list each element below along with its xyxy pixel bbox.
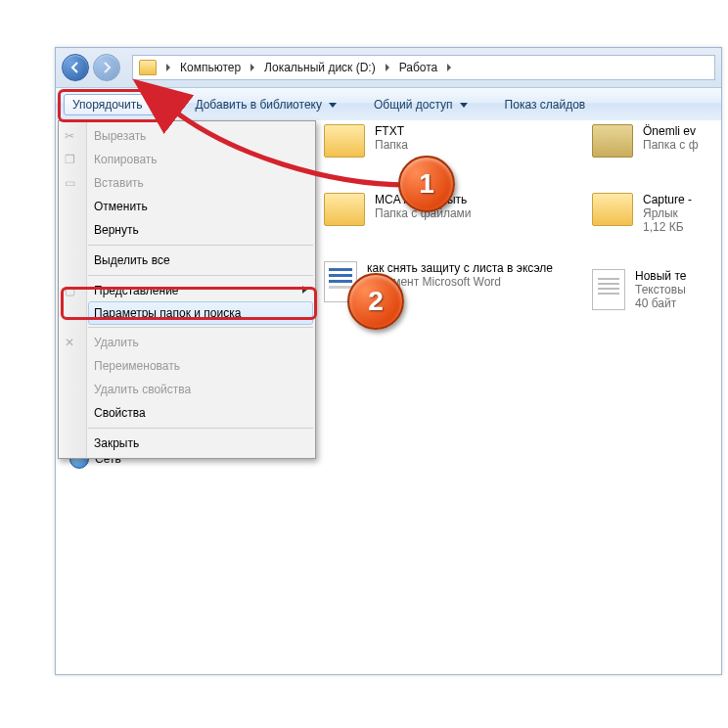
menu-label: Отменить [94, 200, 148, 213]
menu-separator [88, 327, 313, 328]
annotation-marker-1: 1 [398, 156, 455, 212]
file-sub: Текстовы [635, 283, 686, 296]
menu-close[interactable]: Закрыть [59, 432, 315, 455]
menu-paste[interactable]: Вставить [59, 171, 315, 195]
slideshow-label: Показ слайдов [505, 98, 586, 112]
file-item[interactable]: FTXT Папка [324, 124, 553, 158]
library-label: Добавить в библиотеку [195, 98, 322, 112]
menu-separator [88, 275, 313, 276]
chevron-down-icon [329, 103, 337, 108]
file-name: Capture - [643, 193, 692, 206]
file-sub2: 1,12 КБ [643, 220, 692, 234]
menu-label: Выделить все [94, 253, 170, 267]
menu-undo[interactable]: Отменить [59, 195, 315, 218]
breadcrumb-computer[interactable]: Компьютер [180, 61, 241, 74]
paste-icon [65, 175, 80, 191]
view-icon [65, 283, 80, 298]
menu-properties[interactable]: Свойства [59, 401, 315, 425]
menu-label: Удалить [94, 336, 139, 349]
menu-delete[interactable]: Удалить [59, 331, 315, 354]
file-item[interactable]: Capture - Ярлык 1,12 КБ [592, 193, 699, 234]
menu-redo[interactable]: Вернуть [59, 218, 315, 242]
chevron-down-icon [149, 103, 157, 108]
menu-label: Копировать [94, 153, 158, 166]
shortcut-icon [592, 193, 633, 226]
organize-label: Упорядочить [72, 98, 142, 112]
organize-menu: Вырезать Копировать Вставить Отменить Ве… [58, 120, 316, 459]
navigation-bar: Компьютер Локальный диск (D:) Работа [56, 48, 721, 88]
file-item[interactable]: Новый те Текстовы 40 байт [592, 269, 699, 310]
folder-icon [139, 60, 157, 75]
menu-separator [88, 245, 313, 246]
folder-icon [324, 124, 365, 158]
share-button[interactable]: Общий доступ [366, 95, 476, 114]
folder-icon [592, 124, 633, 158]
menu-label: Параметры папок и поиска [94, 306, 241, 320]
menu-label: Вставить [94, 176, 144, 190]
chevron-right-icon [386, 64, 389, 71]
explorer-window: Компьютер Локальный диск (D:) Работа Упо… [55, 47, 722, 675]
menu-label: Переименовать [94, 359, 180, 373]
slideshow-button[interactable]: Показ слайдов [497, 95, 594, 114]
file-item[interactable]: Önemli ev Папка с ф [592, 124, 699, 158]
address-bar[interactable]: Компьютер Локальный диск (D:) Работа [132, 55, 715, 80]
breadcrumb-disk[interactable]: Локальный диск (D:) [264, 61, 376, 74]
chevron-down-icon [460, 103, 468, 108]
file-name: как снять защиту с листа в эксэле [367, 261, 553, 275]
menu-label: Вырезать [94, 129, 146, 143]
file-name: Önemli ev [643, 124, 699, 138]
share-label: Общий доступ [374, 98, 453, 112]
menu-separator [88, 428, 313, 429]
back-button[interactable] [62, 54, 89, 81]
chevron-right-icon [166, 64, 170, 71]
marker-number: 1 [419, 168, 434, 200]
chevron-right-icon [250, 64, 254, 71]
organize-button[interactable]: Упорядочить [64, 94, 165, 115]
copy-icon [65, 152, 80, 167]
file-name: FTXT [375, 124, 408, 138]
menu-label: Закрыть [94, 436, 139, 450]
chevron-right-icon [447, 64, 451, 71]
menu-label: Представление [94, 284, 179, 297]
menu-copy[interactable]: Копировать [59, 148, 315, 171]
forward-button[interactable] [93, 54, 120, 81]
menu-select-all[interactable]: Выделить все [59, 249, 315, 272]
menu-label: Свойства [94, 406, 146, 420]
file-sub: Ярлык [643, 206, 692, 220]
menu-rename[interactable]: Переименовать [59, 354, 315, 378]
add-to-library-button[interactable]: Добавить в библиотеку [187, 95, 344, 114]
file-sub: Папка с ф [643, 138, 699, 152]
folder-icon [324, 193, 365, 226]
text-doc-icon [592, 269, 625, 310]
file-name: Новый те [635, 269, 686, 283]
delete-icon [65, 335, 80, 350]
annotation-marker-2: 2 [347, 273, 404, 330]
marker-number: 2 [368, 286, 384, 317]
chevron-right-icon [302, 286, 307, 294]
menu-remove-properties[interactable]: Удалить свойства [59, 378, 315, 401]
file-sub2: 40 байт [635, 296, 686, 310]
file-sub: Папка [375, 138, 408, 152]
menu-label: Удалить свойства [94, 383, 191, 396]
menu-label: Вернуть [94, 223, 139, 237]
menu-view[interactable]: Представление [59, 279, 315, 302]
cut-icon [65, 128, 80, 144]
menu-folder-options[interactable]: Параметры папок и поиска [88, 301, 313, 325]
menu-cut[interactable]: Вырезать [59, 124, 315, 148]
breadcrumb-folder[interactable]: Работа [399, 61, 438, 74]
command-bar: Упорядочить Добавить в библиотеку Общий … [56, 88, 721, 122]
